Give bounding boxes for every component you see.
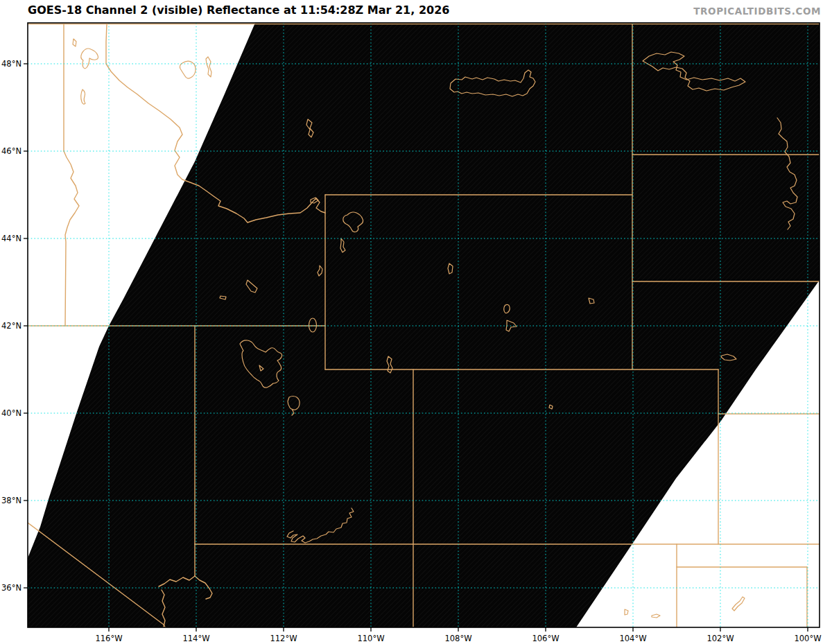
lat-label-40n: 40°N (1, 408, 21, 418)
lat-label-48n: 48°N (1, 59, 21, 69)
lon-label-100w: 100°W (794, 634, 821, 643)
lat-label-44n: 44°N (1, 234, 21, 243)
lon-label-110w: 110°W (357, 634, 384, 643)
lon-label-106w: 106°W (532, 634, 559, 643)
lon-label-114w: 114°W (182, 634, 209, 643)
lon-label-108w: 108°W (444, 634, 471, 643)
satellite-map-canvas: 48°N 46°N 44°N 42°N 40°N 38°N 36°N 116°W… (0, 0, 832, 644)
lat-label-36n: 36°N (1, 583, 21, 593)
lat-label-42n: 42°N (1, 321, 21, 331)
lon-label-102w: 102°W (707, 634, 734, 643)
lon-label-116w: 116°W (95, 634, 122, 643)
lat-label-46n: 46°N (1, 146, 21, 156)
lon-label-104w: 104°W (619, 634, 646, 643)
goes-satellite-map-page: { "header": { "title": "GOES-18 Channel … (0, 0, 832, 644)
lon-label-112w: 112°W (270, 634, 297, 643)
lat-label-38n: 38°N (1, 496, 21, 505)
